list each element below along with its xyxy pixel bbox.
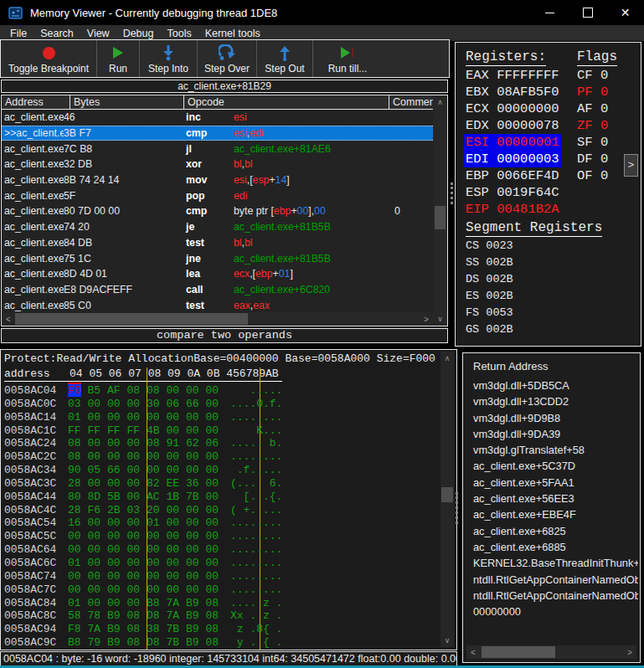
hex-row[interactable]: 0058AC8C5878B908D87AB908Xx . z . (1, 609, 438, 623)
hex-byte[interactable]: 06 (167, 398, 187, 411)
hex-byte[interactable]: 00 (127, 516, 147, 530)
hex-byte[interactable]: D8 (147, 609, 167, 623)
hex-byte[interactable]: 00 (88, 570, 108, 583)
step-over-button[interactable]: Step Over (198, 40, 257, 77)
hex-row[interactable]: 0058AC6C0100000000000000........ (1, 557, 438, 570)
hex-vertical-scrollbar[interactable]: ∧ ∨ (440, 352, 454, 647)
hex-row[interactable]: 0058AC8401000000B87AB908.... z . (1, 597, 438, 610)
disasm-hscroll-thumb[interactable] (15, 313, 248, 325)
hex-byte[interactable]: 7B (186, 491, 206, 504)
hex-byte[interactable]: 00 (167, 504, 187, 517)
run-till-button[interactable]: Run till... (313, 40, 382, 77)
disasm-vertical-scrollbar[interactable]: ∧ (433, 95, 447, 312)
return-address-item[interactable]: vm3dgl.glTranslatef+58 (473, 442, 638, 458)
register-row[interactable]: EIP 00481B2A (464, 201, 561, 218)
hex-byte[interactable]: 82 (147, 477, 167, 491)
hex-byte[interactable]: 00 (107, 583, 127, 597)
hex-byte[interactable]: 00 (107, 530, 127, 543)
hex-byte[interactable]: 00 (206, 450, 226, 464)
disasm-row[interactable]: ac_client.exe+84 DBtestbl,bl (2, 235, 435, 251)
hex-byte[interactable]: 66 (107, 464, 127, 477)
return-address-item[interactable]: ac_client.exe+56EE3 (473, 491, 638, 506)
column-header-bytes[interactable]: Bytes (70, 95, 184, 110)
hex-byte[interactable]: F0 (68, 384, 88, 398)
hex-byte[interactable]: 00 (107, 597, 127, 610)
hex-byte[interactable]: 7A (167, 597, 187, 610)
segment-register-row[interactable]: DS 002B (466, 271, 513, 288)
menu-item-file[interactable]: File (3, 28, 33, 39)
hex-row[interactable]: 0058AC04F0B5AF0808000000 ..... (1, 384, 438, 398)
disasm-row[interactable]: ac_client.exe+46incesi (2, 110, 435, 126)
disasm-row[interactable]: ac_client.exe+5Fpopedi (2, 188, 435, 203)
return-address-item[interactable]: ac_client.exe+6885 (473, 539, 638, 555)
scroll-right-icon[interactable]: > (420, 315, 433, 324)
hex-byte[interactable]: 00 (68, 543, 88, 557)
disasm-row[interactable]: >>ac_client.exe+3B F7cmpesi,edi (2, 126, 435, 141)
column-header-address[interactable]: Address (2, 95, 70, 110)
hex-byte[interactable]: FF (127, 424, 147, 438)
hex-byte[interactable]: 90 (68, 464, 88, 477)
hex-byte[interactable]: 08 (127, 609, 147, 623)
hex-byte[interactable]: FF (107, 424, 127, 438)
hex-byte[interactable]: 58 (68, 609, 88, 623)
maximize-button[interactable] (569, 0, 606, 25)
hex-byte[interactable]: 00 (88, 437, 108, 450)
hex-byte[interactable]: 91 (167, 437, 187, 450)
hex-byte[interactable]: B9 (186, 636, 206, 650)
hex-row[interactable]: 0058AC541600000001000000........ (1, 516, 438, 530)
hex-row[interactable]: 0058AC0C0300000030066600....0.f. (1, 398, 438, 411)
hex-byte[interactable]: 00 (88, 530, 108, 543)
hex-byte[interactable]: 00 (186, 504, 206, 517)
run-button[interactable]: Run (97, 40, 140, 77)
scroll-left-icon[interactable]: < (466, 648, 480, 657)
menu-item-tools[interactable]: Tools (160, 28, 198, 39)
step-out-button[interactable]: Step Out (257, 40, 313, 77)
hex-byte[interactable]: 00 (206, 424, 226, 438)
hex-byte[interactable]: 00 (107, 543, 127, 557)
hex-byte[interactable]: 00 (68, 583, 88, 597)
return-address-item[interactable]: vm3dgl.dll+9DA39 (473, 426, 638, 442)
menu-item-search[interactable]: Search (33, 28, 80, 39)
hex-byte[interactable]: EE (167, 477, 187, 491)
flag-row[interactable]: AF 0 (577, 100, 608, 117)
disasm-row[interactable]: ac_client.exe+75 1Cjneac_client.exe+81B5… (2, 250, 435, 266)
hex-byte[interactable]: 00 (88, 543, 108, 557)
hex-byte[interactable]: 00 (147, 570, 167, 583)
menu-item-view[interactable]: View (80, 28, 116, 39)
minimize-button[interactable] (531, 0, 569, 25)
hex-byte[interactable]: 66 (186, 398, 206, 411)
scroll-down-icon[interactable]: ∨ (440, 634, 454, 647)
hex-byte[interactable]: 80 (68, 491, 88, 504)
hex-byte[interactable]: 00 (88, 398, 108, 411)
disasm-row[interactable]: ac_client.exe+7C B8jlac_client.exe+81AE6 (2, 141, 435, 157)
hex-row[interactable]: 0058AC5C0000000000000000........ (1, 530, 438, 543)
register-row[interactable]: EBX 08AFB5F0 (464, 84, 561, 100)
hex-byte[interactable]: 00 (186, 516, 206, 530)
hex-byte[interactable]: 00 (167, 516, 187, 530)
hex-byte[interactable]: 00 (107, 411, 127, 424)
hex-byte[interactable]: 00 (206, 411, 226, 424)
hex-byte[interactable]: 00 (127, 543, 147, 557)
hex-byte[interactable]: 00 (127, 583, 147, 597)
hex-byte[interactable]: 00 (167, 557, 187, 570)
hex-byte[interactable]: 00 (107, 398, 127, 411)
hex-byte[interactable]: 00 (147, 450, 167, 464)
hex-byte[interactable]: 08 (147, 384, 167, 398)
disasm-row[interactable]: ac_client.exe+E8 D9ACFEFFcallac_client.e… (2, 282, 435, 298)
menu-item-debug[interactable]: Debug (116, 28, 161, 39)
flag-row[interactable]: DF 0 (577, 151, 608, 167)
hex-byte[interactable]: 00 (186, 543, 206, 557)
hex-byte[interactable]: 00 (186, 424, 206, 438)
hex-byte[interactable]: 05 (88, 464, 108, 477)
return-address-item[interactable]: 00000000 (473, 604, 638, 619)
flag-row[interactable]: ZF 0 (577, 117, 608, 134)
hex-byte[interactable]: 00 (206, 477, 226, 491)
vertical-splitter-top[interactable] (451, 182, 453, 204)
hex-byte[interactable]: 00 (88, 516, 108, 530)
scroll-up-icon[interactable]: ∧ (433, 95, 447, 109)
step-into-button[interactable]: Step Into (140, 40, 198, 77)
return-address-item[interactable]: vm3dgl.dll+9D9B8 (473, 410, 638, 426)
hex-byte[interactable]: 4B (147, 424, 167, 438)
expand-stackview-button[interactable]: > (624, 154, 638, 177)
hex-byte[interactable]: 00 (186, 583, 206, 597)
